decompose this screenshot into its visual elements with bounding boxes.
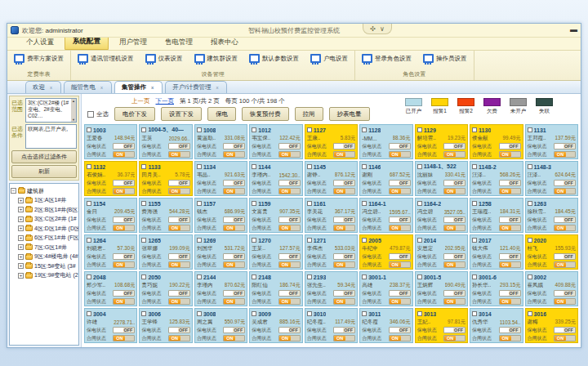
tree-item[interactable]: + 2区:B区1#井(B区1 bbox=[18, 206, 78, 214]
keep-power-toggle[interactable]: OFF bbox=[389, 216, 411, 223]
keep-power-toggle[interactable]: OFF bbox=[443, 180, 466, 186]
document-tab[interactable]: 开户/计费管理 x bbox=[165, 81, 227, 93]
room-checkbox[interactable] bbox=[362, 238, 367, 243]
close-tab-icon[interactable]: x bbox=[149, 84, 155, 91]
room-card[interactable]: 1132 石俊娟.. 36.37元 保电状态 OFF 合闸状态 ON bbox=[84, 161, 137, 196]
keep-power-toggle[interactable]: OFF bbox=[113, 290, 135, 297]
room-checkbox[interactable] bbox=[417, 127, 422, 132]
keep-power-toggle[interactable]: OFF bbox=[499, 143, 521, 150]
room-checkbox[interactable] bbox=[197, 274, 202, 279]
switch-state-toggle[interactable]: ON bbox=[223, 298, 245, 305]
select-all[interactable]: 全选 bbox=[87, 110, 109, 118]
room-checkbox[interactable] bbox=[362, 201, 367, 206]
keep-power-toggle[interactable]: OFF bbox=[168, 216, 190, 223]
room-card[interactable]: 1159 文富贵 907.35元 保电状态 OFF 合闸状态 ON bbox=[249, 198, 302, 233]
room-card[interactable]: 1264 刘晓君.. 57.30元 保电状态 OFF 合闸状态 ON bbox=[84, 234, 137, 270]
close-tab-icon[interactable]: x bbox=[48, 84, 54, 91]
switch-state-toggle[interactable]: ON bbox=[168, 261, 190, 268]
switch-state-toggle[interactable]: ON bbox=[443, 188, 466, 194]
prev-page-link[interactable]: 上一页 bbox=[131, 97, 150, 105]
room-checkbox[interactable] bbox=[141, 311, 146, 316]
room-checkbox[interactable] bbox=[307, 201, 312, 206]
room-checkbox[interactable] bbox=[528, 164, 532, 169]
expand-icon[interactable]: + bbox=[18, 244, 24, 250]
room-checkbox[interactable] bbox=[528, 238, 532, 243]
toolbar-button[interactable]: 恢复预付费 bbox=[242, 107, 289, 121]
keep-power-toggle[interactable]: OFF bbox=[223, 216, 245, 223]
room-card[interactable]: 1157 钱杰 686.99元 保电状态 OFF 合闸状态 ON bbox=[194, 198, 247, 233]
room-card[interactable]: 1144 李瑾内.. 1542.30.. 保电状态 OFF 合闸状态 ON bbox=[249, 161, 302, 196]
keep-power-toggle[interactable]: OFF bbox=[278, 327, 301, 333]
select-all-checkbox[interactable] bbox=[87, 111, 94, 118]
keep-power-toggle[interactable]: OFF bbox=[554, 327, 576, 333]
room-checkbox[interactable] bbox=[197, 164, 202, 169]
toolbar-button[interactable]: 电价下发 bbox=[114, 107, 155, 121]
switch-state-toggle[interactable]: ON bbox=[389, 151, 411, 158]
switch-state-toggle[interactable]: ON bbox=[389, 335, 411, 341]
keep-power-toggle[interactable]: OFF bbox=[113, 253, 135, 260]
switch-state-toggle[interactable]: ON bbox=[113, 151, 135, 158]
switch-state-toggle[interactable]: ON bbox=[168, 225, 190, 231]
switch-state-toggle[interactable]: ON bbox=[278, 188, 301, 194]
switch-state-toggle[interactable]: ON bbox=[554, 188, 576, 194]
room-card[interactable]: 2144 李瑾内 870.62元 保电状态 OFF 合闸状态 ON bbox=[194, 271, 247, 306]
switch-state-toggle[interactable]: ON bbox=[333, 298, 355, 305]
tree-item[interactable]: + 4区:D区1#井 (D区 bbox=[18, 225, 78, 233]
switch-state-toggle[interactable]: ON bbox=[499, 225, 521, 231]
switch-state-toggle[interactable]: ON bbox=[499, 188, 521, 194]
keep-power-toggle[interactable]: OFF bbox=[389, 253, 411, 260]
switch-state-toggle[interactable]: ON bbox=[168, 298, 190, 305]
expand-icon[interactable]: + bbox=[18, 254, 24, 260]
room-card[interactable]: 3002 崔凤娥 409.88元 保电状态 OFF 合闸状态 ON bbox=[525, 271, 578, 306]
room-card[interactable]: 3016 谢梅 339.25元 保电状态 OFF 合闸状态 ON bbox=[525, 308, 578, 343]
keep-power-toggle[interactable]: OFF bbox=[333, 290, 355, 297]
keep-power-toggle[interactable]: OFF bbox=[333, 253, 355, 260]
toolbar-button[interactable]: 抄表电量 bbox=[329, 107, 370, 121]
close-tab-icon[interactable]: x bbox=[99, 84, 105, 91]
keep-power-toggle[interactable]: OFF bbox=[168, 290, 190, 297]
room-card[interactable]: 1148-1、522 沈丽妹 330.41元 保电状态 OFF 合闸状态 ON bbox=[415, 161, 468, 196]
ribbon-button[interactable]: 默认参数设置 bbox=[247, 53, 301, 64]
room-checkbox[interactable] bbox=[252, 164, 256, 169]
room-card[interactable]: 1154 金日 209.45元 保电状态 OFF 合闸状态 ON bbox=[84, 198, 137, 233]
room-checkbox[interactable] bbox=[417, 164, 422, 169]
room-card[interactable]: 1258 王瑞霞.. 184.31元 保电状态 OFF 合闸状态 ON bbox=[470, 198, 523, 233]
keep-power-toggle[interactable]: OFF bbox=[278, 180, 301, 186]
expand-icon[interactable]: + bbox=[18, 235, 24, 241]
room-checkbox[interactable] bbox=[252, 201, 256, 206]
keep-power-toggle[interactable]: OFF bbox=[499, 290, 521, 297]
switch-state-toggle[interactable]: ON bbox=[554, 335, 576, 341]
switch-state-toggle[interactable]: ON bbox=[223, 261, 245, 268]
switch-state-toggle[interactable]: ON bbox=[223, 225, 245, 231]
keep-power-toggle[interactable]: OFF bbox=[389, 143, 411, 150]
switch-state-toggle[interactable]: ON bbox=[333, 188, 355, 194]
room-checkbox[interactable] bbox=[472, 238, 477, 243]
tree-item[interactable]: + 7区:G区1#井 bbox=[18, 243, 78, 252]
switch-state-toggle[interactable]: ON bbox=[113, 335, 135, 341]
room-checkbox[interactable] bbox=[87, 311, 91, 316]
toolbar-button[interactable]: 设置下发 bbox=[161, 107, 202, 121]
room-checkbox[interactable] bbox=[362, 127, 367, 132]
document-tab[interactable]: 集管操作 x bbox=[114, 81, 163, 93]
room-checkbox[interactable] bbox=[87, 127, 91, 132]
room-checkbox[interactable] bbox=[141, 164, 146, 169]
room-checkbox[interactable] bbox=[252, 311, 256, 316]
room-checkbox[interactable] bbox=[197, 127, 202, 132]
tree-item[interactable]: + 9区:4#楼电井 (4# bbox=[18, 252, 78, 261]
room-checkbox[interactable] bbox=[417, 274, 422, 279]
keep-power-toggle[interactable]: OFF bbox=[443, 290, 466, 297]
room-checkbox[interactable] bbox=[87, 164, 91, 169]
room-checkbox[interactable] bbox=[87, 201, 91, 206]
room-card[interactable]: 1265 张翠娜 199.09元 保电状态 OFF 合闸状态 ON bbox=[139, 234, 192, 270]
switch-state-toggle[interactable]: ON bbox=[389, 298, 411, 305]
keep-power-toggle[interactable]: OFF bbox=[554, 290, 576, 297]
menu-item[interactable]: 用户管理 bbox=[112, 36, 154, 50]
keep-power-toggle[interactable]: OFF bbox=[499, 327, 521, 333]
menu-item[interactable]: 报表中心 bbox=[203, 36, 246, 50]
switch-state-toggle[interactable]: ON bbox=[499, 151, 521, 158]
room-card[interactable]: 1012 韦宝保.. 122.42元 保电状态 OFF 合闸状态 ON bbox=[249, 124, 302, 159]
room-checkbox[interactable] bbox=[528, 311, 532, 316]
room-card[interactable]: 1003 王爱春 148.94元 保电状态 OFF 合闸状态 ON bbox=[84, 124, 137, 159]
room-checkbox[interactable] bbox=[307, 238, 312, 243]
expand-icon[interactable]: + bbox=[18, 263, 24, 269]
